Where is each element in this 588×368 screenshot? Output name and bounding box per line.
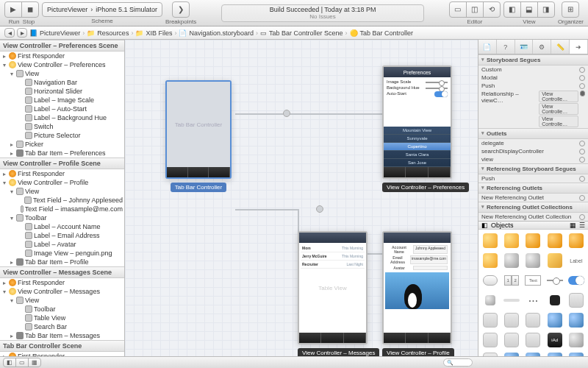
lib-cell[interactable] [480, 311, 501, 330]
lib-vc[interactable] [480, 231, 501, 250]
outline-row[interactable]: Label – Avatar [0, 240, 124, 249]
lib-searchbar[interactable] [545, 350, 565, 356]
outline-row[interactable]: Text Field – Johnny Appleseed [0, 196, 124, 205]
view-nav[interactable]: ◧ [503, 1, 521, 18]
outline-row[interactable]: ▾View [0, 69, 124, 78]
editor-standard[interactable]: ▭ [449, 1, 467, 18]
lib-glkit[interactable] [566, 330, 587, 350]
canvas-search[interactable]: 🔍 [443, 358, 473, 367]
jump-fwd[interactable]: ▸ [17, 28, 27, 38]
lib-slider[interactable] [545, 271, 565, 290]
lib-switch[interactable] [566, 271, 587, 290]
outline-row[interactable]: Label – Background Hue [0, 113, 124, 122]
lib-picker[interactable] [523, 330, 543, 350]
document-outline[interactable]: View Controller – Preferences Scene▸Firs… [0, 40, 125, 356]
lib-webview[interactable] [545, 311, 565, 330]
lib-label[interactable]: Label [566, 251, 587, 270]
outline-row[interactable]: ▸Tab Bar Item – Messages [0, 331, 124, 340]
outline-row[interactable]: Search Bar [0, 322, 124, 331]
ref-segue-push[interactable]: Push [478, 174, 588, 183]
outline-row[interactable]: ▾View [0, 187, 124, 196]
ref-segues-head[interactable]: Referencing Storyboard Segues [478, 163, 588, 174]
outline-section[interactable]: View Controller – Preferences Scene [0, 40, 124, 52]
outline-row[interactable]: ▾View Controller – Preferences [0, 60, 124, 69]
outline-row[interactable]: Horizontal Slider [0, 87, 124, 96]
view-debug[interactable]: ⬓ [520, 1, 538, 18]
scheme-selector[interactable]: PictureViewer › iPhone 5.1 Simulator [42, 2, 162, 17]
lib-iad[interactable]: iAd [545, 330, 565, 350]
outline-row[interactable]: Switch [0, 122, 124, 131]
outline-section[interactable]: View Controller – Messages Scene [0, 266, 124, 278]
outline-section[interactable]: View Controller – Profile Scene [0, 158, 124, 169]
jump-item-1[interactable]: 📁 Resources [87, 29, 129, 37]
filter-btn-1[interactable]: ◧ [3, 358, 16, 367]
outline-row[interactable]: Navigation Bar [0, 78, 124, 87]
outlet-sdc[interactable]: searchDisplayController [478, 147, 588, 155]
segue-modal[interactable]: Modal [478, 74, 588, 82]
lib-tableview[interactable] [566, 291, 587, 310]
outlet-delegate[interactable]: delegate [478, 139, 588, 147]
jump-item-5[interactable]: 🟡 Tab Bar Controller [350, 29, 414, 37]
lib-scrollview[interactable] [480, 330, 501, 350]
lib-obj1[interactable] [480, 251, 501, 270]
outline-row[interactable]: Picture Selector [0, 131, 124, 140]
lib-stepper[interactable] [545, 291, 565, 310]
jump-item-3[interactable]: 📄 Navigation.storyboard [179, 29, 254, 37]
size-inspector-tab[interactable]: 📏 [551, 40, 570, 54]
lib-datepicker[interactable] [501, 330, 522, 350]
file-inspector-tab[interactable]: 📄 [478, 40, 497, 54]
outlets-head[interactable]: Outlets [478, 128, 588, 139]
scene-profile[interactable]: Account NameJohnny AppleseedEmail Addres… [382, 231, 454, 356]
outline-row[interactable]: Image View – penguin.png [0, 249, 124, 258]
jump-item-2[interactable]: 📁 XIB Files [135, 29, 172, 37]
lib-tabvc[interactable] [545, 231, 565, 250]
ref-outcol-new[interactable]: New Referencing Outlet Collection [478, 213, 588, 221]
outline-row[interactable]: Label – Image Scale [0, 96, 124, 105]
lib-progress[interactable] [501, 291, 522, 310]
outline-row[interactable]: Text Field – imasample@me.com [0, 205, 124, 213]
outline-row[interactable]: ▸First Responder [0, 352, 124, 356]
lib-navvc[interactable] [523, 231, 543, 250]
outline-row[interactable]: Label – Account Name [0, 222, 124, 231]
library-cube-icon[interactable]: ◧ [481, 222, 488, 229]
outline-row[interactable]: Label – Auto-Start [0, 105, 124, 113]
lib-obj-cube[interactable] [545, 251, 565, 270]
lib-view[interactable] [480, 350, 501, 356]
lib-textview[interactable] [523, 311, 543, 330]
library-list-mode[interactable]: ☰ [579, 222, 585, 229]
lib-navbar[interactable] [501, 350, 522, 356]
ref-outlet-new[interactable]: New Referencing Outlet [478, 194, 588, 202]
stop-button[interactable]: ◼ [21, 1, 39, 18]
connections-inspector-tab[interactable]: ➜ [570, 40, 588, 54]
filter-btn-2[interactable]: ▭ [15, 358, 29, 367]
run-button[interactable]: ▶ [4, 1, 22, 18]
scene-messages[interactable]: Table View MomThis MorningJerry McGuireT… [298, 231, 379, 356]
filter-btn-3[interactable]: ▦ [28, 358, 41, 367]
storyboard-canvas[interactable]: Tab Bar Controller Tab Bar Controller Pr… [125, 40, 478, 356]
jump-back[interactable]: ◂ [4, 28, 15, 38]
lib-pagecontrol[interactable]: • • • [523, 291, 543, 310]
lib-tablevc[interactable] [501, 231, 522, 250]
outline-row[interactable]: ▸First Responder [0, 278, 124, 287]
outline-row[interactable]: ▸First Responder [0, 169, 124, 178]
outline-row[interactable]: ▸First Responder [0, 52, 124, 60]
outline-row[interactable]: ▾View Controller – Profile [0, 178, 124, 187]
lib-pagevc[interactable] [566, 231, 587, 250]
attributes-inspector-tab[interactable]: ⚙ [533, 40, 551, 54]
segue-custom[interactable]: Custom [478, 66, 588, 74]
lib-imageview[interactable] [501, 311, 522, 330]
lib-spinner[interactable] [480, 291, 501, 310]
segue-push[interactable]: Push [478, 82, 588, 90]
outline-row[interactable]: ▾Toolbar [0, 213, 124, 222]
outline-row[interactable]: Label – Email Address [0, 231, 124, 240]
breakpoints-button[interactable]: ❯ [172, 1, 190, 18]
view-util[interactable]: ◨ [537, 1, 555, 18]
outline-row[interactable]: Table View [0, 314, 124, 322]
outlet-view[interactable]: view [478, 155, 588, 163]
editor-assistant[interactable]: ◫ [466, 1, 484, 18]
outline-row[interactable]: ▸Picker [0, 140, 124, 149]
jump-item-4[interactable]: ▭ Tab Bar Controller Scene [260, 29, 343, 37]
outline-row[interactable]: ▾View Controller – Messages [0, 287, 124, 296]
outline-section[interactable]: Tab Bar Controller Scene [0, 340, 124, 352]
lib-mapview[interactable] [566, 311, 587, 330]
